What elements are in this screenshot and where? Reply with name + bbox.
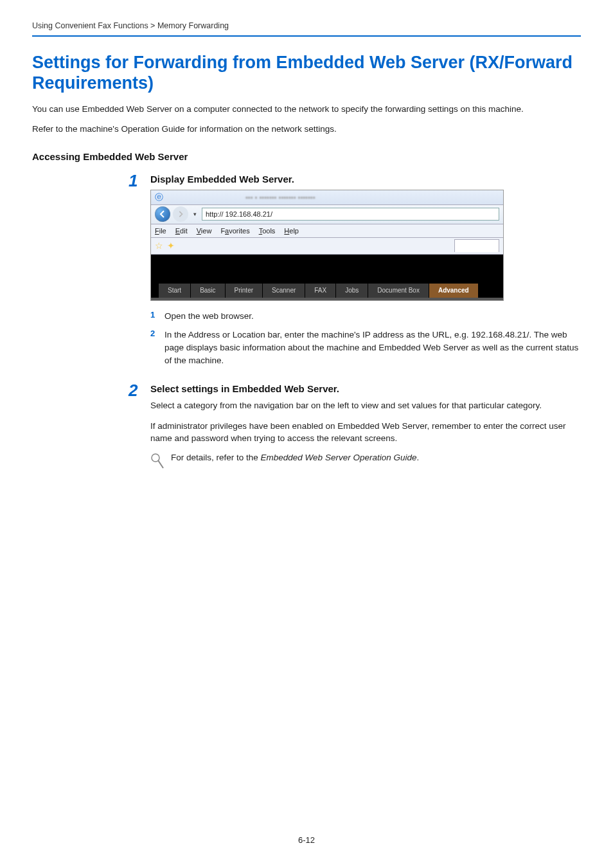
note-row: For details, refer to the Embedded Web S… [150, 453, 581, 472]
page-number: 6-12 [0, 835, 613, 845]
add-favorite-icon[interactable]: ✦ [167, 240, 175, 251]
svg-line-1 [158, 460, 163, 468]
tab-document-box[interactable]: Document Box [368, 284, 429, 298]
intro-paragraph-2: Refer to the machine's Operation Guide f… [32, 123, 581, 136]
menu-file[interactable]: File [155, 227, 166, 235]
menu-edit[interactable]: Edit [175, 227, 188, 235]
address-bar[interactable]: http:// 192.168.48.21/ [202, 208, 499, 221]
arrow-left-icon [159, 210, 166, 218]
tab-advanced[interactable]: Advanced [429, 284, 479, 298]
address-url: http:// 192.168.48.21/ [206, 210, 272, 218]
browser-favbar: ☆ ✦ [151, 238, 503, 255]
sub-step-2-num: 2 [150, 329, 164, 338]
browser-bottom-strip [151, 298, 503, 300]
nav-dropdown-icon[interactable]: ▾ [191, 211, 199, 217]
webpage-tabs: Start Basic Printer Scanner FAX Jobs Doc… [151, 284, 503, 298]
step-2-title: Select settings in Embedded Web Server. [150, 383, 581, 394]
tab-jobs[interactable]: Jobs [336, 284, 368, 298]
tab-scanner[interactable]: Scanner [263, 284, 305, 298]
step-2-number: 2 [129, 382, 150, 399]
step-2-para-2: If administrator privileges have been en… [150, 420, 581, 445]
menu-tools[interactable]: Tools [259, 227, 276, 235]
browser-content-black [151, 255, 503, 284]
tab-printer[interactable]: Printer [226, 284, 263, 298]
back-button[interactable] [155, 206, 170, 222]
step-1: 1 Display Embedded Web Server. ⓔ ••• • •… [129, 174, 581, 373]
sub-step-1: 1 Open the web browser. [150, 310, 581, 323]
step-1-title: Display Embedded Web Server. [150, 174, 581, 185]
tab-fax[interactable]: FAX [305, 284, 336, 298]
arrow-right-icon [177, 211, 184, 217]
tab-start[interactable]: Start [159, 284, 191, 298]
step-2: 2 Select settings in Embedded Web Server… [129, 383, 581, 472]
browser-navbar: ▾ http:// 192.168.48.21/ [151, 205, 503, 224]
note-text: For details, refer to the Embedded Web S… [171, 453, 419, 462]
blurred-title: ••• • ••••••• ••••••• ••••••• [245, 194, 315, 201]
step-1-number: 1 [129, 172, 150, 189]
section-heading: Accessing Embedded Web Server [32, 151, 581, 162]
sub-step-1-text: Open the web browser. [164, 310, 254, 323]
browser-screenshot: ⓔ ••• • ••••••• ••••••• ••••••• ▾ http:/… [150, 190, 504, 301]
forward-button[interactable] [173, 206, 188, 222]
page-title: Settings for Forwarding from Embedded We… [32, 52, 581, 94]
menu-view[interactable]: View [197, 227, 212, 235]
intro-paragraph-1: You can use Embedded Web Server on a com… [32, 103, 581, 116]
sub-step-1-num: 1 [150, 310, 164, 320]
browser-menubar: File Edit View Favorites Tools Help [151, 224, 503, 238]
tab-basic[interactable]: Basic [191, 284, 225, 298]
ie-icon: ⓔ [155, 192, 163, 203]
sub-step-2-text: In the Address or Location bar, enter th… [164, 329, 581, 366]
step-2-para-1: Select a category from the navigation ba… [150, 399, 581, 412]
breadcrumb: Using Convenient Fax Functions > Memory … [32, 21, 581, 30]
browser-tab[interactable] [454, 239, 499, 252]
browser-titlebar: ⓔ ••• • ••••••• ••••••• ••••••• [151, 190, 503, 205]
divider [32, 35, 581, 37]
magnifier-icon [150, 453, 164, 472]
favorites-star-icon[interactable]: ☆ [155, 240, 163, 251]
sub-step-2: 2 In the Address or Location bar, enter … [150, 329, 581, 366]
menu-help[interactable]: Help [284, 227, 299, 235]
menu-favorites[interactable]: Favorites [220, 227, 249, 235]
